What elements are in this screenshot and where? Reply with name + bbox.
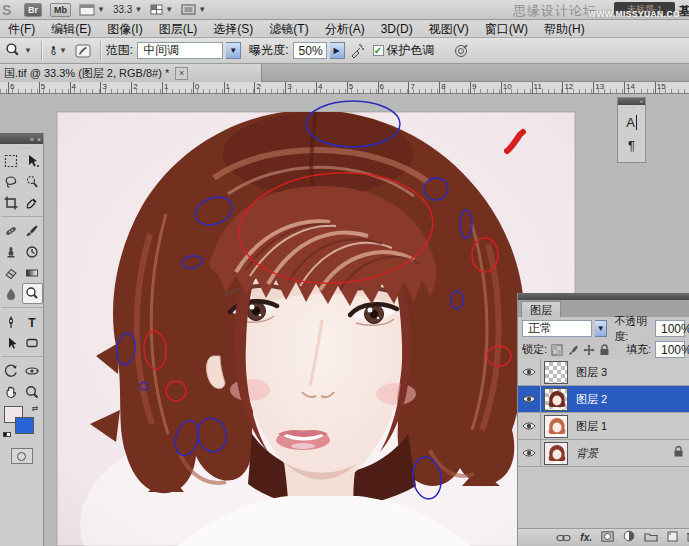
- default-colors-icon[interactable]: [3, 430, 11, 437]
- menu-help[interactable]: 帮助(H): [536, 20, 593, 38]
- zoom-level-value: 33.3: [113, 4, 132, 15]
- close-icon[interactable]: ×: [175, 67, 188, 80]
- layer-thumbnail[interactable]: [544, 388, 568, 411]
- tool-pen[interactable]: [1, 311, 22, 332]
- layer-name[interactable]: 图层 1: [576, 419, 607, 434]
- menu-edit[interactable]: 编辑(E): [43, 20, 99, 38]
- layer-name[interactable]: 图层 2: [576, 392, 607, 407]
- swap-colors-icon[interactable]: ⇄: [32, 404, 39, 413]
- tool-rectangle-shape[interactable]: [22, 332, 43, 353]
- menu-analysis[interactable]: 分析(A): [317, 20, 373, 38]
- tool-type[interactable]: T: [22, 311, 43, 332]
- layer-name[interactable]: 图层 3: [576, 365, 607, 380]
- watermark-text: 思缘设计论坛: [513, 2, 597, 20]
- layer-lock-icon: [674, 446, 683, 460]
- lock-position-icon[interactable]: [583, 344, 595, 356]
- add-layer-mask-button[interactable]: [601, 531, 614, 545]
- new-group-button[interactable]: [644, 531, 658, 545]
- layer-row-3[interactable]: 图层 3: [518, 359, 689, 386]
- tool-hand[interactable]: [1, 381, 22, 402]
- tablet-pressure-button[interactable]: [449, 43, 473, 59]
- visibility-toggle[interactable]: [518, 359, 541, 385]
- menu-3d[interactable]: 3D(D): [373, 20, 421, 38]
- toggle-brushes-panel-button[interactable]: [71, 44, 95, 58]
- close-icon[interactable]: ×: [37, 136, 41, 143]
- minibridge-button[interactable]: Mb: [50, 3, 71, 17]
- layer-thumbnail[interactable]: [544, 442, 568, 465]
- chevron-right-icon[interactable]: ▶: [330, 42, 345, 59]
- chevron-down-icon[interactable]: ▼: [595, 320, 607, 337]
- tool-lasso[interactable]: [1, 171, 22, 192]
- tool-path-selection[interactable]: [1, 332, 22, 353]
- tab-layers[interactable]: 图层: [521, 301, 561, 317]
- current-tool-preset[interactable]: ▼: [0, 42, 36, 59]
- adjustment-layer-button[interactable]: [623, 530, 635, 545]
- tool-rectangular-marquee[interactable]: [1, 150, 22, 171]
- tool-spot-healing[interactable]: [1, 220, 22, 241]
- opacity-value[interactable]: 100%: [655, 320, 685, 337]
- fill-value[interactable]: 100%: [655, 341, 685, 358]
- airbrush-toggle-button[interactable]: [345, 43, 369, 59]
- tool-move[interactable]: [22, 150, 43, 171]
- menu-filter[interactable]: 滤镜(T): [261, 20, 316, 38]
- layer-thumbnail[interactable]: [544, 415, 568, 438]
- tool-zoom[interactable]: [22, 381, 43, 402]
- menu-layer[interactable]: 图层(L): [151, 20, 206, 38]
- collapse-icon[interactable]: »: [30, 136, 34, 143]
- tool-3d-rotate[interactable]: [1, 360, 22, 381]
- layer-row-2-selected[interactable]: 图层 2: [518, 386, 689, 413]
- visibility-toggle[interactable]: [518, 386, 541, 412]
- bridge-button[interactable]: Br: [24, 3, 42, 17]
- tool-gradient[interactable]: [22, 262, 43, 283]
- character-panel-button[interactable]: A: [621, 112, 642, 133]
- tool-brush[interactable]: [22, 220, 43, 241]
- document-tab[interactable]: 国.tif @ 33.3% (图层 2, RGB/8#) * ×: [0, 64, 262, 82]
- menu-image[interactable]: 图像(I): [99, 20, 150, 38]
- link-layers-button[interactable]: [556, 531, 571, 545]
- zoom-level-control[interactable]: 33.3 ▼: [113, 4, 142, 15]
- protect-tones-checkbox[interactable]: ✓ 保护色调: [369, 42, 439, 59]
- chevron-down-icon: ▼: [59, 46, 67, 55]
- horizontal-ruler[interactable]: 6543210123456789101112131415: [0, 82, 689, 94]
- background-layer-row[interactable]: 背景: [518, 440, 689, 467]
- exposure-label: 曝光度:: [249, 42, 288, 59]
- visibility-toggle[interactable]: [518, 413, 541, 439]
- layer-thumbnail[interactable]: [544, 361, 568, 384]
- quick-mask-button[interactable]: [11, 448, 33, 464]
- tool-history-brush[interactable]: [22, 241, 43, 262]
- eye-icon: [522, 421, 536, 431]
- menu-select[interactable]: 选择(S): [205, 20, 261, 38]
- lock-pixels-icon[interactable]: [567, 344, 579, 356]
- tool-eraser[interactable]: [1, 262, 22, 283]
- exposure-input[interactable]: 50%▶: [289, 42, 345, 59]
- range-select[interactable]: 中间调▼: [133, 42, 241, 59]
- lock-transparent-icon[interactable]: [551, 344, 563, 356]
- tool-blur[interactable]: [1, 283, 22, 304]
- new-layer-button[interactable]: [667, 531, 678, 545]
- menu-view[interactable]: 视图(V): [421, 20, 477, 38]
- view-extras-button[interactable]: ▼: [150, 4, 173, 15]
- tool-clone-stamp[interactable]: [1, 241, 22, 262]
- tool-eyedropper[interactable]: [22, 192, 43, 213]
- visibility-toggle[interactable]: [518, 440, 541, 466]
- workspace-switcher-fragment[interactable]: 基: [679, 3, 689, 20]
- menu-file[interactable]: 件(F): [0, 20, 43, 38]
- layer-row-1[interactable]: 图层 1: [518, 413, 689, 440]
- chevron-down-icon[interactable]: ▼: [226, 42, 241, 59]
- tool-options-bar: ▼ 6 ▼ 范围: 中间调▼ 曝光度: 50%▶ ✓ 保护色调: [0, 38, 689, 64]
- layer-style-button[interactable]: fx.: [580, 532, 592, 543]
- tool-dodge[interactable]: [22, 283, 43, 304]
- screen-mode-button[interactable]: ▼: [181, 4, 206, 15]
- menu-window[interactable]: 窗口(W): [477, 20, 536, 38]
- layer-name[interactable]: 背景: [576, 446, 598, 461]
- tool-3d-orbit[interactable]: [22, 360, 43, 381]
- tool-quick-selection[interactable]: [22, 171, 43, 192]
- panel-header[interactable]: [518, 293, 689, 300]
- brush-size-preview: 6: [51, 46, 56, 56]
- arrange-documents-button[interactable]: ▼: [79, 4, 105, 16]
- tool-crop[interactable]: [1, 192, 22, 213]
- background-color-swatch[interactable]: [15, 417, 34, 434]
- paragraph-panel-button[interactable]: ¶: [621, 135, 642, 156]
- brush-preset-picker[interactable]: 6 ▼: [47, 46, 71, 56]
- lock-all-icon[interactable]: [599, 344, 610, 356]
